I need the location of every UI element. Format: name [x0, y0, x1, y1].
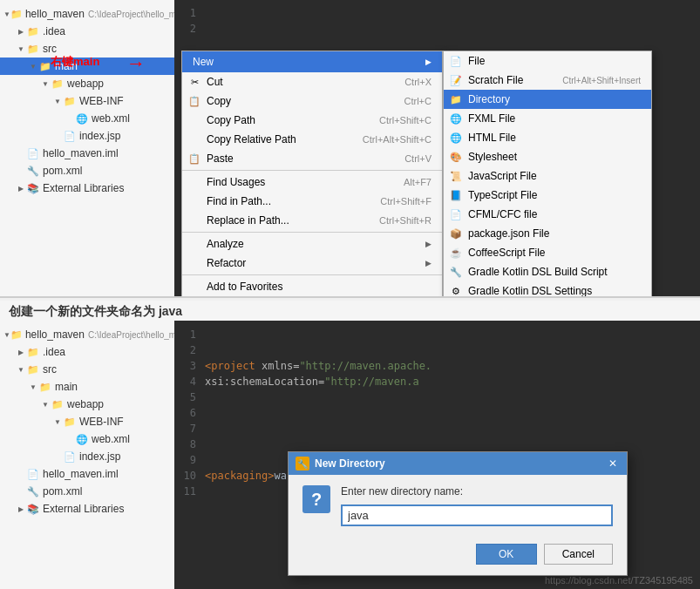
dialog-cancel-button[interactable]: Cancel [544, 544, 613, 565]
tree-item-icon: 📄 [63, 450, 77, 464]
sub-menu-icon: 📝 [449, 73, 463, 87]
sub-menu-item-file[interactable]: 📄File [444, 51, 651, 71]
sub-menu-item-js[interactable]: 📜JavaScript File [444, 166, 651, 186]
sub-menu-item-scratch[interactable]: 📝Scratch FileCtrl+Alt+Shift+Insert [444, 71, 651, 90]
sub-menu-item-html[interactable]: 🌐HTML File [444, 128, 651, 147]
tree-item-webxml[interactable]: 🌐web.xml [0, 110, 174, 127]
tree-arrow: ▶ [16, 183, 26, 193]
tree-arrow: ▼ [28, 382, 38, 392]
menu-item-add-favorites[interactable]: Add to Favorites [182, 277, 442, 296]
sub-menu-label: CoffeeScript File [468, 247, 545, 259]
tree-arrow: ▼ [16, 44, 26, 54]
menu-item-find-in-path[interactable]: Find in Path...Ctrl+Shift+F [182, 192, 442, 211]
menu-item-icon: 📋 [187, 94, 201, 108]
tree-item-label: index.jsp [79, 450, 120, 463]
menu-separator [182, 170, 442, 171]
menu-item-label: Cut [207, 76, 387, 88]
tree-item-idea[interactable]: ▶📁.idea [0, 23, 174, 40]
tree-item-webinf2[interactable]: ▼📁WEB-INF [0, 413, 174, 430]
menu-item-paste[interactable]: 📋PasteCtrl+V [182, 149, 442, 168]
sub-menu-item-ts[interactable]: 📘TypeScript File [444, 186, 651, 205]
sub-menu-item-cfml[interactable]: 📄CFML/CFC file [444, 205, 651, 224]
menu-item-copy[interactable]: 📋CopyCtrl+C [182, 91, 442, 111]
tree-item-icon: 📁 [51, 397, 65, 411]
tree-item-idea2[interactable]: ▶📁.idea [0, 343, 174, 361]
tree-item-pomxml2[interactable]: 🔧pom.xml [0, 483, 174, 500]
context-menu[interactable]: New ▶ ✂CutCtrl+X📋CopyCtrl+CCopy PathCtrl… [181, 51, 443, 296]
tree-item-label: web.xml [92, 433, 130, 445]
dialog-ok-button[interactable]: OK [476, 544, 537, 565]
sub-menu-item-stylesheet[interactable]: 🎨Stylesheet [444, 147, 651, 166]
menu-item-refactor[interactable]: Refactor [182, 254, 442, 273]
tree-item-pomxml[interactable]: 🔧pom.xml [0, 162, 174, 179]
sub-menu-item-gradle-kotlin[interactable]: 🔧Gradle Kotlin DSL Build Script [444, 262, 651, 281]
sub-menu-item-coffee[interactable]: ☕CoffeeScript File [444, 243, 651, 262]
tree-arrow: ▶ [16, 347, 26, 357]
sub-menu-icon: ⚙ [449, 284, 463, 296]
menu-item-replace-in-path[interactable]: Replace in Path...Ctrl+Shift+R [182, 211, 442, 230]
tree-item-webinf[interactable]: ▼📁WEB-INF [0, 92, 174, 110]
tree-arrow: ▼ [40, 399, 51, 410]
menu-item-find-usages[interactable]: Find UsagesAlt+F7 [182, 173, 442, 192]
tree-item-extlibs2[interactable]: ▶📚External Libraries [0, 500, 174, 518]
tree-item-icon: 📚 [26, 181, 40, 195]
new-directory-dialog[interactable]: 🔧 New Directory ✕ ? Enter new directory … [288, 451, 628, 576]
menu-new-arrow: ▶ [425, 58, 432, 66]
menu-item-shortcut: Ctrl+Shift+R [379, 215, 432, 226]
tree-item-label: External Libraries [43, 503, 124, 515]
dialog-body: ? Enter new directory name: [289, 475, 627, 537]
menu-item-label: Analyze [207, 238, 425, 250]
menu-item-label: Paste [207, 152, 387, 165]
menu-item-copy-relative-path[interactable]: Copy Relative PathCtrl+Alt+Shift+C [182, 130, 442, 149]
sub-menu-icon: 🎨 [449, 150, 463, 164]
tree-item-icon: 📁 [51, 77, 65, 91]
sub-menu-label: JavaScript File [468, 170, 537, 182]
tree-item-indexjsp[interactable]: 📄index.jsp [0, 127, 174, 145]
tree-item-label: main [55, 381, 78, 393]
tree-item-icon: 📁 [63, 415, 77, 429]
file-tree-bottom: ▼📁hello_maven C:\IdeaProject\hello_maven… [0, 321, 174, 589]
tree-item-main2[interactable]: ▼📁main [0, 378, 174, 396]
tree-item-indexjsp2[interactable]: 📄index.jsp [0, 448, 174, 465]
code-line: 1 [174, 7, 700, 23]
tree-item-icon: 🔧 [26, 164, 40, 178]
sub-menu-label: TypeScript File [468, 189, 537, 201]
tree-item-label: .idea [43, 346, 65, 358]
tree-item-helloiml2[interactable]: 📄hello_maven.iml [0, 465, 174, 483]
tree-item-helloiml[interactable]: 📄hello_maven.iml [0, 145, 174, 162]
menu-item-cut[interactable]: ✂CutCtrl+X [182, 72, 442, 91]
sub-menu-new[interactable]: 📄File📝Scratch FileCtrl+Alt+Shift+Insert📁… [443, 51, 652, 296]
sub-menu-icon: 📦 [449, 227, 463, 240]
menu-item-shortcut: Ctrl+V [404, 153, 432, 164]
tree-item-extlibs[interactable]: ▶📚External Libraries [0, 179, 174, 197]
tree-item-webapp2[interactable]: ▼📁webapp [0, 396, 174, 413]
menu-item-new[interactable]: New ▶ [182, 51, 442, 72]
tree-item-label: webapp [67, 398, 104, 410]
tree-item-src2[interactable]: ▼📁src [0, 361, 174, 378]
sub-menu-item-package-json[interactable]: 📦package.json File [444, 224, 651, 243]
dialog-close-button[interactable]: ✕ [606, 457, 620, 471]
tree-item-icon: 📁 [26, 24, 40, 38]
code-editor-bottom: 123<project xmlns="http://maven.apache.4… [174, 321, 700, 589]
tree-arrow: ▶ [16, 504, 26, 514]
tree-item-label: hello_maven [25, 8, 85, 20]
menu-new-label: New [193, 56, 214, 68]
tree-arrow: ▼ [52, 96, 63, 106]
sub-menu-item-fxml[interactable]: 🌐FXML File [444, 109, 651, 128]
sub-menu-label: Gradle Kotlin DSL Build Script [468, 266, 608, 278]
directory-name-input[interactable] [341, 504, 613, 526]
menu-item-analyze[interactable]: Analyze [182, 234, 442, 254]
sub-menu-label: Gradle Kotlin DSL Settings [468, 285, 592, 296]
sub-menu-label: package.json File [468, 227, 549, 240]
tree-item-icon: 📄 [26, 146, 40, 160]
tree-item-webxml2[interactable]: 🌐web.xml [0, 430, 174, 448]
tree-arrow: ▼ [3, 9, 10, 19]
tree-item-webapp[interactable]: ▼📁webapp [0, 75, 174, 92]
tree-item-hello_maven[interactable]: ▼📁hello_maven C:\IdeaProject\hello_maven [0, 5, 174, 23]
dialog-title-icon: 🔧 [296, 457, 309, 471]
sub-menu-item-gradle-settings[interactable]: ⚙Gradle Kotlin DSL Settings [444, 281, 651, 296]
tree-item-hello_maven2[interactable]: ▼📁hello_maven C:\IdeaProject\hello_maven [0, 326, 174, 343]
menu-item-copy-path[interactable]: Copy PathCtrl+Shift+C [182, 111, 442, 130]
menu-item-label: Find in Path... [207, 195, 363, 207]
sub-menu-item-directory[interactable]: 📁Directory [444, 90, 651, 109]
